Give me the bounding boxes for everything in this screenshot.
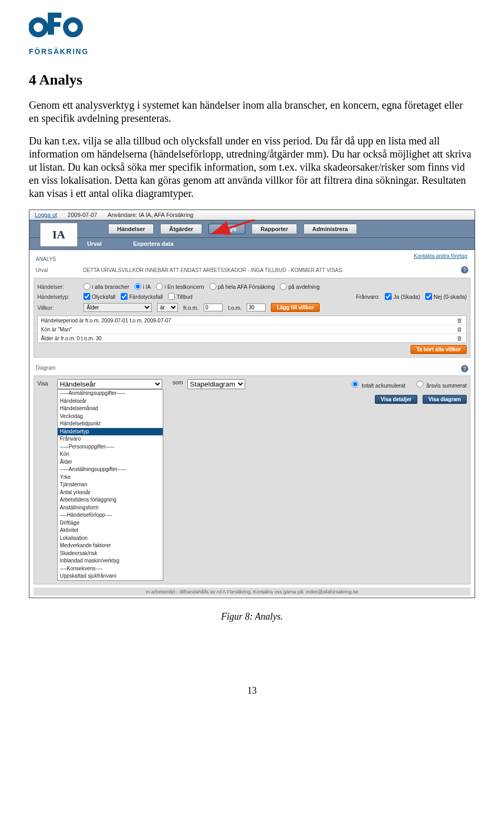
tab-administrera[interactable]: Administrera xyxy=(303,224,357,234)
listbox-item[interactable]: Inblandad maskin/verktyg xyxy=(58,557,163,565)
diagram-panel: Visa Händelseår -----Anmälningsuppgifter… xyxy=(34,375,470,584)
remove-all-villkor-button[interactable]: Ta bort alla villkor xyxy=(411,345,467,354)
listbox-item[interactable]: -----Personuppgifter----- xyxy=(58,443,163,451)
red-arrow-annotation xyxy=(197,220,260,241)
listbox-item[interactable]: Yrke xyxy=(58,474,163,482)
logo-sub-text: FÖRSÄKRING xyxy=(29,47,475,56)
kontakta-link[interactable]: Kontakta andra företag xyxy=(414,253,467,259)
listbox-item[interactable]: Tjänsteman xyxy=(58,481,163,489)
paragraph-1: Genom ett analysverktyg i systemet kan h… xyxy=(29,99,475,125)
handelser-label: Händelser: xyxy=(37,284,78,290)
page-number: 13 xyxy=(29,685,475,696)
visa-listbox[interactable]: -----Anmälningsuppgifter-----HändelseårH… xyxy=(57,389,163,581)
logout-link[interactable]: Logga ut xyxy=(35,212,57,218)
filter-panel: Händelser: i alla branscher i IA i En te… xyxy=(34,278,470,358)
visa-detaljer-button[interactable]: Visa detaljer xyxy=(375,395,417,404)
trash-icon[interactable]: 🗑 xyxy=(457,317,463,323)
add-villkor-button[interactable]: Lägg till villkor xyxy=(271,303,320,312)
handelsetyp-label: Händelsetyp: xyxy=(37,294,78,300)
paragraph-2: Du kan t.ex. vilja se alla tillbud och o… xyxy=(29,134,475,200)
top-bar: Logga ut 2009-07-07 Användare: IA IA, AF… xyxy=(29,210,475,220)
trash-icon[interactable]: 🗑 xyxy=(457,326,463,332)
urval-label: Urval xyxy=(36,267,78,273)
handelsetyp-row: Händelsetyp: Olycksfall Färdolycksfall T… xyxy=(37,291,467,301)
from-input[interactable] xyxy=(204,304,223,311)
listbox-item[interactable]: Uppskattad sjukfrånvaro xyxy=(58,572,163,580)
villkor-item: Händelseperiod är fr.o.m. 2009-07-01 t.o… xyxy=(38,316,466,325)
villkor-select[interactable]: Ålder xyxy=(83,303,152,312)
villkor-row: Villkor: Ålder är fr.o.m. t.o.m. Lägg ti… xyxy=(37,301,467,314)
listbox-item[interactable]: Antal yrkesår xyxy=(58,489,163,497)
listbox-item[interactable]: -----Anmälningsuppgifter----- xyxy=(58,390,163,398)
radio-arsvis[interactable]: årsvis summerat xyxy=(414,379,467,389)
listbox-item[interactable]: Anställningsform xyxy=(58,504,163,512)
tab-handelser[interactable]: Händelser xyxy=(108,224,154,234)
section-heading: 4 Analys xyxy=(29,71,475,88)
scope-ia[interactable]: i IA xyxy=(134,283,151,290)
chk-franvaro-ja[interactable]: Ja (Skada) xyxy=(385,293,420,300)
svg-point-1 xyxy=(66,20,80,35)
visa-select[interactable]: Händelseår xyxy=(57,379,162,389)
subtab-exportera[interactable]: Exportera data xyxy=(133,241,174,247)
app-screenshot: Logga ut 2009-07-07 Användare: IA IA, AF… xyxy=(29,210,475,598)
subtab-urval[interactable]: Urval xyxy=(87,241,102,247)
from-label: fr.o.m. xyxy=(183,305,198,311)
topbar-date: 2009-07-07 xyxy=(68,212,97,218)
villkor-item: Kön är "Man" 🗑 xyxy=(38,325,466,334)
help-icon[interactable]: ? xyxy=(461,365,468,372)
chk-fardolycksfall[interactable]: Färdolycksfall xyxy=(121,293,163,300)
scope-avd[interactable]: på avdelning xyxy=(280,283,320,290)
franvaro-label: Frånvaro: xyxy=(356,294,380,300)
visa-label: Visa xyxy=(37,380,53,387)
tom-input[interactable] xyxy=(247,304,266,311)
op-select[interactable]: är xyxy=(157,303,178,312)
scope-row: Händelser: i alla branscher i IA i En te… xyxy=(37,281,467,291)
listbox-item[interactable]: Skadeorsak/risk xyxy=(58,550,163,558)
som-label: som xyxy=(173,379,183,385)
listbox-item[interactable]: Lokalisation xyxy=(58,535,163,542)
listbox-item[interactable]: Medverkande faktorer xyxy=(58,542,163,550)
listbox-item[interactable]: ----Konsekvens---- xyxy=(58,565,163,573)
trash-icon[interactable]: 🗑 xyxy=(457,335,463,341)
listbox-item[interactable]: Veckodag xyxy=(58,413,163,421)
villkor-label: Villkor: xyxy=(37,305,78,311)
scope-alla[interactable]: i alla branscher xyxy=(83,283,129,290)
chk-tillbud[interactable]: Tillbud xyxy=(168,293,193,300)
scope-hela[interactable]: på hela AFA Försäkring xyxy=(209,283,275,290)
svg-point-0 xyxy=(31,20,46,35)
listbox-item[interactable]: Frånvaro xyxy=(58,435,163,443)
help-icon[interactable]: ? xyxy=(461,266,468,274)
analys-block-title: ANALYS xyxy=(34,254,470,263)
listbox-item[interactable]: -----Anställningsuppgifter----- xyxy=(58,466,163,474)
visa-diagram-button[interactable]: Visa diagram xyxy=(423,395,467,404)
diagram-section-label: Diagram xyxy=(36,365,56,372)
listbox-item[interactable]: Händelsemånad xyxy=(58,405,163,413)
listbox-item[interactable]: Händelseår xyxy=(58,398,163,405)
listbox-item[interactable]: Arbetstidens förläggning xyxy=(58,496,163,504)
villkor-item: Ålder är fr.o.m. 0 t.o.m. 30 🗑 xyxy=(38,334,466,342)
tab-atgarder[interactable]: Åtgärder xyxy=(160,224,202,234)
topbar-user: Användare: IA IA, AFA Försäkring xyxy=(108,212,193,218)
afa-logo: FÖRSÄKRING xyxy=(29,11,475,56)
app-footer: m arbetsmiljö - tillhandahålls av AFA Fö… xyxy=(34,588,470,596)
listbox-item[interactable]: Händelsetidpunkt xyxy=(58,420,163,428)
svg-line-3 xyxy=(213,220,255,233)
scope-test[interactable]: i En testkoncern xyxy=(156,283,204,290)
ia-logo: IA xyxy=(40,223,78,247)
radio-ackumulerat[interactable]: totalt ackumulerat xyxy=(349,379,405,389)
chk-olycksfall[interactable]: Olycksfall xyxy=(83,293,116,300)
som-select[interactable]: Stapeldiagram xyxy=(187,379,245,389)
listbox-item[interactable]: Kön xyxy=(58,451,163,458)
listbox-item[interactable]: Ålder xyxy=(58,458,163,466)
tom-label: t.o.m. xyxy=(228,305,242,311)
listbox-item[interactable]: Händelsetyp xyxy=(58,428,163,436)
listbox-item[interactable]: Driftläge xyxy=(58,519,163,527)
chk-franvaro-nej[interactable]: Nej (0-skada) xyxy=(425,293,467,300)
figure-caption: Figur 8: Analys. xyxy=(29,611,475,622)
listbox-item[interactable]: Aktivitet xyxy=(58,527,163,535)
listbox-item[interactable]: ----Händelseförlopp---- xyxy=(58,511,163,519)
urval-note-text: DETTA URVALSVILLKOR INNEBÄR ATT ENDAST A… xyxy=(83,267,343,273)
main-nav: IA Händelser Åtgärder Analys Rapporter A… xyxy=(29,220,475,238)
urval-note-row: Urval DETTA URVALSVILLKOR INNEBÄR ATT EN… xyxy=(34,263,470,277)
villkor-list: Händelseperiod är fr.o.m. 2009-07-01 t.o… xyxy=(37,316,467,343)
